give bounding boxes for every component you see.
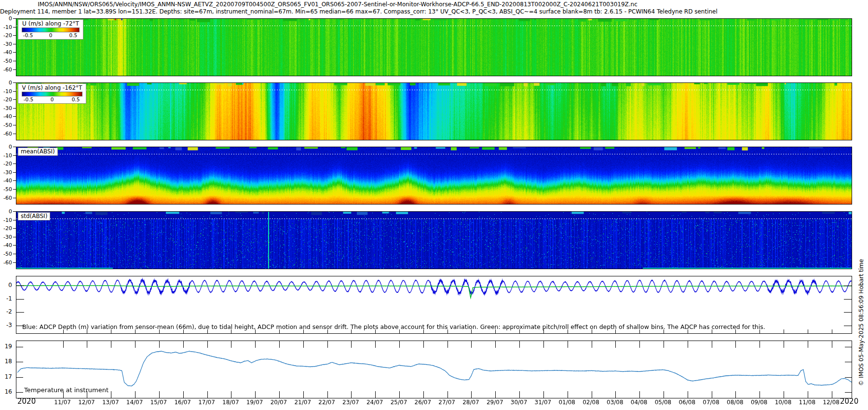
y-tick-label: -1 xyxy=(0,295,12,302)
y-tick xyxy=(13,198,16,198)
std-absi-label: std(ABSI) xyxy=(18,212,50,220)
y-tick-label: -40 xyxy=(0,49,12,55)
x-tick-label: 25/07 xyxy=(387,399,410,406)
y-tick-label: -10 xyxy=(0,152,12,159)
y-tick-label: -60 xyxy=(0,195,12,201)
u-colorbar-legend: U (m/s) along -72°T -0.5 0 0.5 xyxy=(18,19,83,40)
y-tick xyxy=(13,52,16,53)
x-tick-label: 20/07 xyxy=(267,399,290,406)
x-tick-label: 26/07 xyxy=(411,399,434,406)
y-tick-label: 0 xyxy=(0,80,12,86)
x-tick-label: 07/08 xyxy=(700,399,723,406)
y-tick xyxy=(13,91,16,92)
y-tick xyxy=(13,220,16,220)
y-tick xyxy=(13,245,16,246)
y-tick xyxy=(13,27,16,27)
y-tick-label: 16 xyxy=(0,388,12,395)
v-colorbar xyxy=(22,92,82,96)
x-tick-label: 02/08 xyxy=(580,399,603,406)
y-tick-label: -10 xyxy=(0,217,12,223)
y-tick xyxy=(13,155,16,156)
x-tick-label: 04/08 xyxy=(627,399,651,406)
y-tick-label: 17 xyxy=(0,373,12,380)
x-tick-label: 11/07 xyxy=(51,399,74,406)
mean-absi-heatmap xyxy=(16,147,852,204)
u-legend-title: U (m/s) along -72°T xyxy=(18,20,83,27)
x-tick-label: 13/07 xyxy=(99,399,122,406)
x-tick-label: 14/07 xyxy=(123,399,146,406)
y-tick-label: -3 xyxy=(0,322,12,328)
y-tick xyxy=(13,228,16,229)
std-absi-heatmap xyxy=(16,212,852,269)
y-tick xyxy=(13,147,16,147)
y-tick xyxy=(13,61,16,61)
x-tick-label: 10/08 xyxy=(772,399,795,406)
x-tick-label: 22/07 xyxy=(315,399,339,406)
x-tick-label: 11/08 xyxy=(796,399,819,406)
depth-variation-panel: Blue: ADCP Depth (m) variation from sens… xyxy=(16,276,852,334)
x-tick-label: 05/08 xyxy=(651,399,675,406)
colorbar-tick-label: -0.5 xyxy=(24,96,34,102)
mean-absi-label: mean(ABSI) xyxy=(18,148,58,156)
y-tick xyxy=(13,189,16,190)
y-tick xyxy=(13,211,16,212)
y-tick xyxy=(13,82,16,83)
figure-title-line2: Deployment 114, member 1 lat=33.89S lon=… xyxy=(0,8,675,15)
x-axis-year-right: 2020 xyxy=(840,397,858,406)
y-tick xyxy=(13,237,16,237)
y-tick xyxy=(13,172,16,173)
u-velocity-panel: U (m/s) along -72°T -0.5 0 0.5 xyxy=(16,18,852,76)
temperature-label: Temperature at instrument xyxy=(24,386,108,394)
x-tick-label: 12/07 xyxy=(75,399,98,406)
v-legend-title: V (m/s) along -162°T xyxy=(18,84,86,91)
x-tick-label: 18/07 xyxy=(219,399,242,406)
v-colorbar-legend: V (m/s) along -162°T -0.5 0 0.5 xyxy=(18,83,86,104)
y-tick-label: -40 xyxy=(0,113,12,120)
v-velocity-panel: V (m/s) along -162°T -0.5 0 0.5 xyxy=(16,82,852,140)
y-tick xyxy=(13,180,16,181)
x-tick-label: 27/07 xyxy=(435,399,459,406)
y-tick-label: -50 xyxy=(0,58,12,64)
x-tick-label: 08/08 xyxy=(723,399,746,406)
temperature-panel: Temperature at instrument xyxy=(16,341,852,398)
y-tick-label: -20 xyxy=(0,161,12,167)
x-tick-label: 28/07 xyxy=(459,399,482,406)
x-tick-label: 17/07 xyxy=(195,399,218,406)
colorbar-tick-label: 0 xyxy=(49,32,53,38)
y-tick xyxy=(13,254,16,254)
std-absi-panel: std(ABSI) xyxy=(16,211,852,269)
colorbar-tick-label: 0 xyxy=(51,96,54,102)
y-tick-label: -50 xyxy=(0,251,12,257)
y-tick xyxy=(13,262,16,263)
y-tick xyxy=(13,99,16,100)
y-tick-label: -50 xyxy=(0,122,12,128)
colorbar-tick-label: 0.5 xyxy=(72,96,80,102)
y-tick-label: 0 xyxy=(0,208,12,215)
y-tick-label: -10 xyxy=(0,88,12,95)
y-tick xyxy=(13,35,16,36)
y-tick-label: -10 xyxy=(0,24,12,30)
x-tick-label: 31/07 xyxy=(531,399,555,406)
x-tick-label: 30/07 xyxy=(507,399,530,406)
imos-copyright-watermark: © IMOS 05-May-2025 08:56:09 Hobart time xyxy=(858,188,865,386)
u-colorbar xyxy=(22,27,80,32)
x-tick-label: 16/07 xyxy=(171,399,194,406)
v-colorbar-ticks: -0.5 0 0.5 xyxy=(18,96,86,102)
y-tick-label: 0 xyxy=(0,15,12,22)
y-tick-label: -50 xyxy=(0,186,12,192)
y-tick-label: -30 xyxy=(0,234,12,240)
y-tick-label: -60 xyxy=(0,67,12,73)
x-tick-label: 29/07 xyxy=(483,399,506,406)
x-tick-label: 23/07 xyxy=(339,399,362,406)
x-tick-label: 24/07 xyxy=(363,399,386,406)
y-tick-label: -20 xyxy=(0,96,12,103)
y-tick-label: -40 xyxy=(0,242,12,248)
x-tick-label: 19/07 xyxy=(243,399,266,406)
x-tick-label: 15/07 xyxy=(147,399,170,406)
x-tick-label: 01/08 xyxy=(556,399,579,406)
y-tick-label: 18 xyxy=(0,358,12,365)
y-tick xyxy=(13,44,16,44)
x-tick-label: 03/08 xyxy=(603,399,626,406)
u-velocity-heatmap xyxy=(16,19,852,76)
v-velocity-heatmap xyxy=(16,83,852,140)
